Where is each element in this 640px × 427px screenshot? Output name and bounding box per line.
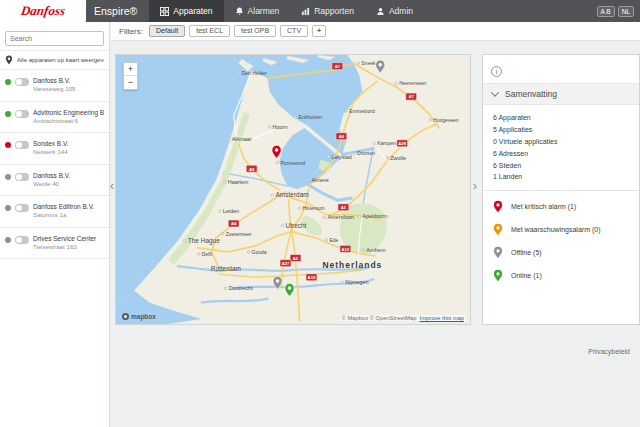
filter-chip-test-ecl[interactable]: test ECL [189, 25, 230, 38]
map-city-label: Zwolle [390, 155, 406, 161]
map-city-label: Hoorn [273, 124, 288, 130]
road-shield-a28: A28 [397, 140, 408, 147]
device-address: Saturnus 1a [33, 211, 94, 219]
device-list-item[interactable]: Drives Service CenterTielsestraat 163 [0, 228, 109, 260]
nav-item-apparaten[interactable]: Apparaten [149, 0, 223, 22]
road-shield-a27: A27 [280, 260, 291, 267]
improve-map-link[interactable]: Improve this map [420, 315, 464, 321]
language-badge[interactable]: NL [618, 6, 634, 17]
status-dot-offline [5, 174, 11, 180]
map-city-label: Amersfoort [327, 214, 354, 220]
road-shield-a4: A4 [228, 220, 239, 227]
device-list-item[interactable]: Sondex B.V.Netwerk 144 [0, 133, 109, 165]
nav-item-alarmen[interactable]: Alarmen [224, 0, 291, 22]
map-city-label: Rotterdam [211, 265, 242, 272]
legend-label: Met kritisch alarm (1) [511, 203, 576, 210]
road-shield-a2: A2 [290, 254, 301, 261]
device-address: Vareseweg 105 [33, 85, 76, 93]
show-all-on-map[interactable]: Alle apparaten op kaart weergeven [0, 50, 109, 70]
map-pin-icon [5, 55, 13, 65]
map-city-label: Den Helder [242, 70, 267, 76]
device-text: Danfoss Ediltron B.V.Saturnus 1a [33, 203, 94, 220]
map-panel[interactable]: Den HelderSneekHeerenveenHoogeveenEmmelo… [115, 54, 471, 325]
device-name: Danfoss Ediltron B.V. [33, 203, 94, 211]
map-city-label: Apeldoorn [362, 213, 387, 219]
map-city-label: Gouda [252, 249, 267, 255]
summary-title: Samenvatting [505, 89, 557, 99]
summary-header[interactable]: Samenvatting [483, 84, 639, 105]
map-city-label: Kampen [377, 140, 396, 146]
device-toggle[interactable] [15, 173, 29, 181]
map-city-label: Purmerend [281, 160, 306, 166]
mapbox-icon [122, 313, 129, 320]
map-city-label: Nijmegen [345, 279, 368, 285]
zoom-out-button[interactable]: − [124, 76, 137, 89]
nav-item-admin[interactable]: Admin [365, 0, 424, 22]
zoom-in-button[interactable]: + [124, 63, 137, 76]
search-input[interactable] [5, 31, 104, 46]
sidebar-collapse-handle[interactable]: ‹ [110, 180, 114, 192]
device-name: Danfoss B.V. [33, 77, 76, 85]
main-nav: ApparatenAlarmenRapportenAdmin [149, 0, 424, 22]
map-city-label: Alkmaar [232, 136, 252, 142]
map-pin-icon-offline [493, 246, 503, 259]
status-dot-online [5, 111, 11, 117]
nav-item-rapporten[interactable]: Rapporten [290, 0, 365, 22]
map-pin-icon-warning [493, 223, 503, 236]
danfoss-logo[interactable]: Danfoss [0, 0, 86, 22]
map-city-label: Emmeloord [349, 108, 375, 114]
device-address: Ambachtstraat 6 [33, 117, 104, 125]
device-list-item[interactable]: Advitronic Engineering B.V.Ambachtstraat… [0, 102, 109, 134]
road-shield-a7: A7 [332, 63, 343, 70]
map-country-label: Netherlands [322, 260, 382, 270]
map-city-label: Dordrecht [229, 285, 253, 291]
map-attribution: © Mapbox © OpenStreetMapImprove this map [340, 315, 466, 321]
nav-item-label: Alarmen [248, 6, 280, 16]
privacy-link[interactable]: Privacybeleid [588, 348, 630, 355]
svg-text:A12: A12 [342, 247, 350, 252]
filter-chip-default[interactable]: Default [149, 25, 185, 38]
mapbox-wordmark: mapbox [131, 313, 156, 320]
mapbox-logo[interactable]: mapbox [122, 313, 156, 320]
device-list-item[interactable]: Danfoss B.V.Vareseweg 105 [0, 70, 109, 102]
svg-text:A15: A15 [308, 275, 316, 280]
legend-item-warning: Met waarschuwingsalarm (0) [493, 223, 629, 236]
device-address: Weide 40 [33, 180, 70, 188]
map-city-label: Lelystad [331, 153, 351, 159]
device-toggle[interactable] [15, 141, 29, 149]
app-window: Danfoss Enspire® ApparatenAlarmenRapport… [0, 0, 640, 427]
map-city-label: Leiden [223, 208, 239, 214]
road-shield-a6: A6 [336, 133, 347, 140]
add-filter-button[interactable]: + [312, 25, 326, 38]
search-wrap [0, 22, 109, 50]
device-toggle[interactable] [15, 204, 29, 212]
device-toggle[interactable] [15, 78, 29, 86]
device-list-item[interactable]: Danfoss Ediltron B.V.Saturnus 1a [0, 196, 109, 228]
map-city-label: Arnhem [366, 247, 386, 253]
summary-stat: 5 Applicaties [493, 124, 629, 136]
map-city-label: Delft [202, 251, 213, 257]
summary-stats: 6 Apparaten5 Applicaties0 Virtuele appli… [483, 105, 639, 189]
map-canvas[interactable]: Den HelderSneekHeerenveenHoogeveenEmmelo… [116, 55, 470, 324]
user-badge[interactable]: A B [597, 6, 615, 17]
map-city-label: Amsterdam [276, 191, 310, 198]
device-list: Danfoss B.V.Vareseweg 105Advitronic Engi… [0, 70, 109, 259]
device-text: Drives Service CenterTielsestraat 163 [33, 235, 96, 252]
road-shield-a9: A9 [246, 165, 257, 172]
device-list-item[interactable]: Danfoss B.V.Weide 40 [0, 165, 109, 197]
alarm-bell-icon [235, 7, 244, 16]
info-icon[interactable]: i [491, 66, 502, 77]
filter-chips: Defaulttest ECLtest OPBCTV [149, 25, 308, 38]
device-toggle[interactable] [15, 236, 29, 244]
device-name: Danfoss B.V. [33, 172, 70, 180]
svg-text:A1: A1 [341, 205, 347, 210]
summary-stat: 6 Steden [493, 160, 629, 172]
device-address: Tielsestraat 163 [33, 243, 96, 251]
status-dot-offline [5, 237, 11, 243]
filter-chip-test-opb[interactable]: test OPB [234, 25, 276, 38]
reports-chart-icon [301, 7, 310, 16]
filter-chip-ctv[interactable]: CTV [280, 25, 308, 38]
svg-text:A9: A9 [249, 166, 255, 171]
device-toggle[interactable] [15, 110, 29, 118]
summary-expand-handle[interactable]: › [473, 180, 477, 192]
